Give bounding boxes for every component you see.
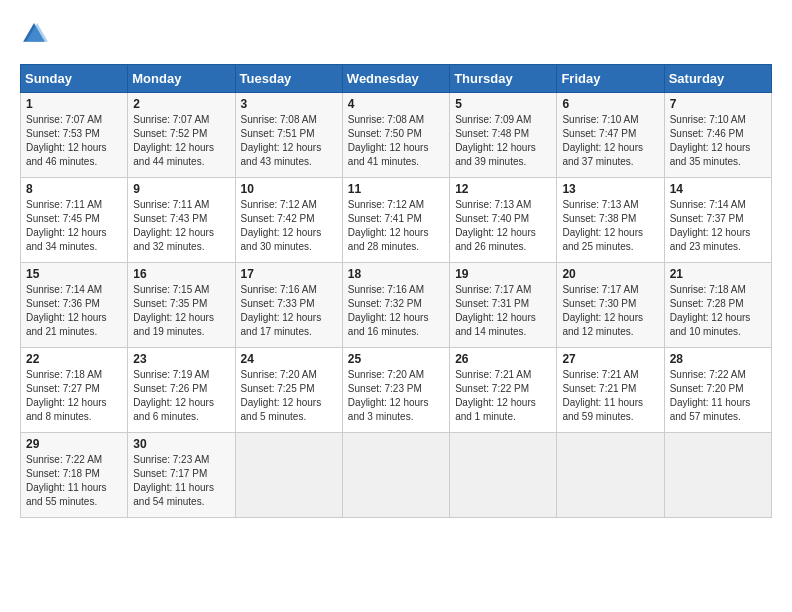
day-number: 17 xyxy=(241,267,337,281)
calendar-week-4: 22Sunrise: 7:18 AMSunset: 7:27 PMDayligh… xyxy=(21,348,772,433)
day-number: 11 xyxy=(348,182,444,196)
calendar-cell xyxy=(450,433,557,518)
day-number: 28 xyxy=(670,352,766,366)
day-info: Sunrise: 7:18 AMSunset: 7:28 PMDaylight:… xyxy=(670,283,766,339)
day-number: 8 xyxy=(26,182,122,196)
calendar-cell: 30Sunrise: 7:23 AMSunset: 7:17 PMDayligh… xyxy=(128,433,235,518)
calendar-cell: 1Sunrise: 7:07 AMSunset: 7:53 PMDaylight… xyxy=(21,93,128,178)
day-number: 3 xyxy=(241,97,337,111)
calendar-cell: 11Sunrise: 7:12 AMSunset: 7:41 PMDayligh… xyxy=(342,178,449,263)
calendar-cell: 2Sunrise: 7:07 AMSunset: 7:52 PMDaylight… xyxy=(128,93,235,178)
day-info: Sunrise: 7:10 AMSunset: 7:47 PMDaylight:… xyxy=(562,113,658,169)
day-info: Sunrise: 7:12 AMSunset: 7:42 PMDaylight:… xyxy=(241,198,337,254)
day-number: 13 xyxy=(562,182,658,196)
calendar-cell: 10Sunrise: 7:12 AMSunset: 7:42 PMDayligh… xyxy=(235,178,342,263)
day-info: Sunrise: 7:23 AMSunset: 7:17 PMDaylight:… xyxy=(133,453,229,509)
calendar-week-1: 1Sunrise: 7:07 AMSunset: 7:53 PMDaylight… xyxy=(21,93,772,178)
calendar-cell: 3Sunrise: 7:08 AMSunset: 7:51 PMDaylight… xyxy=(235,93,342,178)
calendar-cell xyxy=(557,433,664,518)
day-info: Sunrise: 7:08 AMSunset: 7:50 PMDaylight:… xyxy=(348,113,444,169)
calendar-header: SundayMondayTuesdayWednesdayThursdayFrid… xyxy=(21,65,772,93)
day-number: 16 xyxy=(133,267,229,281)
calendar-cell: 15Sunrise: 7:14 AMSunset: 7:36 PMDayligh… xyxy=(21,263,128,348)
day-info: Sunrise: 7:20 AMSunset: 7:25 PMDaylight:… xyxy=(241,368,337,424)
day-info: Sunrise: 7:08 AMSunset: 7:51 PMDaylight:… xyxy=(241,113,337,169)
day-number: 14 xyxy=(670,182,766,196)
day-number: 6 xyxy=(562,97,658,111)
calendar-cell: 17Sunrise: 7:16 AMSunset: 7:33 PMDayligh… xyxy=(235,263,342,348)
day-info: Sunrise: 7:09 AMSunset: 7:48 PMDaylight:… xyxy=(455,113,551,169)
column-header-saturday: Saturday xyxy=(664,65,771,93)
calendar-cell: 16Sunrise: 7:15 AMSunset: 7:35 PMDayligh… xyxy=(128,263,235,348)
day-number: 27 xyxy=(562,352,658,366)
calendar-cell: 24Sunrise: 7:20 AMSunset: 7:25 PMDayligh… xyxy=(235,348,342,433)
calendar-table: SundayMondayTuesdayWednesdayThursdayFrid… xyxy=(20,64,772,518)
day-info: Sunrise: 7:16 AMSunset: 7:33 PMDaylight:… xyxy=(241,283,337,339)
page-header xyxy=(20,20,772,48)
day-info: Sunrise: 7:20 AMSunset: 7:23 PMDaylight:… xyxy=(348,368,444,424)
day-info: Sunrise: 7:17 AMSunset: 7:31 PMDaylight:… xyxy=(455,283,551,339)
calendar-cell: 7Sunrise: 7:10 AMSunset: 7:46 PMDaylight… xyxy=(664,93,771,178)
calendar-cell: 14Sunrise: 7:14 AMSunset: 7:37 PMDayligh… xyxy=(664,178,771,263)
calendar-cell: 4Sunrise: 7:08 AMSunset: 7:50 PMDaylight… xyxy=(342,93,449,178)
day-info: Sunrise: 7:22 AMSunset: 7:20 PMDaylight:… xyxy=(670,368,766,424)
calendar-cell: 28Sunrise: 7:22 AMSunset: 7:20 PMDayligh… xyxy=(664,348,771,433)
day-info: Sunrise: 7:11 AMSunset: 7:43 PMDaylight:… xyxy=(133,198,229,254)
calendar-cell: 27Sunrise: 7:21 AMSunset: 7:21 PMDayligh… xyxy=(557,348,664,433)
calendar-cell: 8Sunrise: 7:11 AMSunset: 7:45 PMDaylight… xyxy=(21,178,128,263)
calendar-week-2: 8Sunrise: 7:11 AMSunset: 7:45 PMDaylight… xyxy=(21,178,772,263)
calendar-cell: 9Sunrise: 7:11 AMSunset: 7:43 PMDaylight… xyxy=(128,178,235,263)
day-number: 15 xyxy=(26,267,122,281)
calendar-cell: 13Sunrise: 7:13 AMSunset: 7:38 PMDayligh… xyxy=(557,178,664,263)
day-number: 23 xyxy=(133,352,229,366)
calendar-cell: 12Sunrise: 7:13 AMSunset: 7:40 PMDayligh… xyxy=(450,178,557,263)
column-header-sunday: Sunday xyxy=(21,65,128,93)
calendar-cell: 6Sunrise: 7:10 AMSunset: 7:47 PMDaylight… xyxy=(557,93,664,178)
column-header-thursday: Thursday xyxy=(450,65,557,93)
day-info: Sunrise: 7:21 AMSunset: 7:21 PMDaylight:… xyxy=(562,368,658,424)
calendar-cell xyxy=(342,433,449,518)
day-info: Sunrise: 7:13 AMSunset: 7:38 PMDaylight:… xyxy=(562,198,658,254)
day-info: Sunrise: 7:21 AMSunset: 7:22 PMDaylight:… xyxy=(455,368,551,424)
day-number: 18 xyxy=(348,267,444,281)
day-number: 9 xyxy=(133,182,229,196)
day-number: 29 xyxy=(26,437,122,451)
day-info: Sunrise: 7:07 AMSunset: 7:53 PMDaylight:… xyxy=(26,113,122,169)
day-number: 21 xyxy=(670,267,766,281)
day-number: 4 xyxy=(348,97,444,111)
logo-icon xyxy=(20,20,48,48)
day-info: Sunrise: 7:07 AMSunset: 7:52 PMDaylight:… xyxy=(133,113,229,169)
calendar-cell xyxy=(664,433,771,518)
day-info: Sunrise: 7:19 AMSunset: 7:26 PMDaylight:… xyxy=(133,368,229,424)
day-info: Sunrise: 7:12 AMSunset: 7:41 PMDaylight:… xyxy=(348,198,444,254)
calendar-cell: 19Sunrise: 7:17 AMSunset: 7:31 PMDayligh… xyxy=(450,263,557,348)
day-number: 2 xyxy=(133,97,229,111)
day-number: 30 xyxy=(133,437,229,451)
day-number: 7 xyxy=(670,97,766,111)
calendar-cell: 25Sunrise: 7:20 AMSunset: 7:23 PMDayligh… xyxy=(342,348,449,433)
calendar-week-5: 29Sunrise: 7:22 AMSunset: 7:18 PMDayligh… xyxy=(21,433,772,518)
day-number: 25 xyxy=(348,352,444,366)
column-header-wednesday: Wednesday xyxy=(342,65,449,93)
day-number: 20 xyxy=(562,267,658,281)
day-info: Sunrise: 7:15 AMSunset: 7:35 PMDaylight:… xyxy=(133,283,229,339)
calendar-cell: 22Sunrise: 7:18 AMSunset: 7:27 PMDayligh… xyxy=(21,348,128,433)
day-info: Sunrise: 7:22 AMSunset: 7:18 PMDaylight:… xyxy=(26,453,122,509)
day-number: 10 xyxy=(241,182,337,196)
column-header-monday: Monday xyxy=(128,65,235,93)
calendar-cell: 20Sunrise: 7:17 AMSunset: 7:30 PMDayligh… xyxy=(557,263,664,348)
day-info: Sunrise: 7:10 AMSunset: 7:46 PMDaylight:… xyxy=(670,113,766,169)
calendar-cell: 18Sunrise: 7:16 AMSunset: 7:32 PMDayligh… xyxy=(342,263,449,348)
logo xyxy=(20,20,52,48)
day-info: Sunrise: 7:14 AMSunset: 7:36 PMDaylight:… xyxy=(26,283,122,339)
day-info: Sunrise: 7:14 AMSunset: 7:37 PMDaylight:… xyxy=(670,198,766,254)
day-number: 12 xyxy=(455,182,551,196)
day-info: Sunrise: 7:13 AMSunset: 7:40 PMDaylight:… xyxy=(455,198,551,254)
day-number: 26 xyxy=(455,352,551,366)
day-info: Sunrise: 7:18 AMSunset: 7:27 PMDaylight:… xyxy=(26,368,122,424)
calendar-cell: 26Sunrise: 7:21 AMSunset: 7:22 PMDayligh… xyxy=(450,348,557,433)
day-number: 24 xyxy=(241,352,337,366)
calendar-week-3: 15Sunrise: 7:14 AMSunset: 7:36 PMDayligh… xyxy=(21,263,772,348)
calendar-cell: 29Sunrise: 7:22 AMSunset: 7:18 PMDayligh… xyxy=(21,433,128,518)
calendar-cell xyxy=(235,433,342,518)
